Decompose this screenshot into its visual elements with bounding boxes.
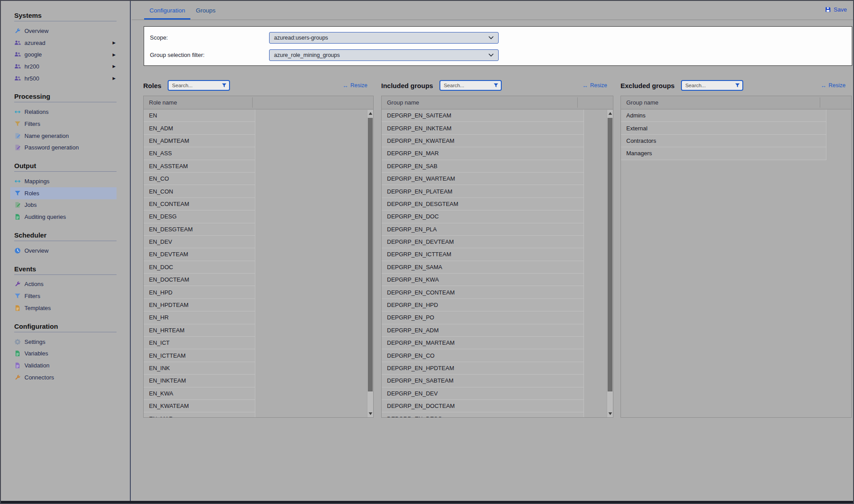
roles-search-input[interactable] [169, 81, 229, 90]
table-row[interactable]: Admins [621, 109, 826, 122]
table-row[interactable]: EN_INK [144, 362, 255, 375]
table-row[interactable]: DEPGRP_EN_DEV [382, 387, 584, 400]
table-row[interactable]: Contractors [621, 135, 826, 147]
table-row[interactable]: DEPGRP_EN_ADM [382, 324, 584, 337]
scroll-up-icon[interactable] [367, 110, 373, 117]
table-row[interactable]: DEPGRP_EN_INKTEAM [382, 122, 584, 134]
sidebar-item[interactable]: Actions [10, 278, 117, 290]
table-row[interactable]: DEPGRP_EN_CONTEAM [382, 286, 584, 298]
table-row[interactable]: DEPGRP_EN_HPD [382, 299, 584, 311]
chevron-right-icon: ▶ [113, 64, 116, 69]
table-row[interactable]: EN_DEVTEAM [144, 248, 255, 261]
sidebar-item[interactable]: Validation [10, 359, 117, 371]
sidebar-item[interactable]: Filters [10, 290, 117, 302]
table-row[interactable]: DEPGRP_EN_ICTTEAM [382, 248, 584, 261]
table-row[interactable]: EN_INKTEAM [144, 375, 255, 387]
table-row[interactable]: EN_KWA [144, 387, 255, 400]
sidebar-item[interactable]: google ▶ [10, 48, 117, 60]
table-row[interactable]: EN_KWATEAM [144, 400, 255, 412]
table-row[interactable]: EN_ICT [144, 337, 255, 349]
sidebar-item[interactable]: Variables [10, 347, 117, 359]
table-row[interactable]: External [621, 122, 826, 134]
sidebar-item[interactable]: Overview [10, 25, 117, 37]
table-row[interactable]: EN_DOC [144, 261, 255, 274]
table-row[interactable]: EN_HR [144, 311, 255, 324]
table-row[interactable]: EN_HPD [144, 286, 255, 298]
sidebar-item[interactable]: Templates [10, 302, 117, 314]
scroll-down-icon[interactable] [607, 410, 613, 417]
table-row[interactable]: DEPGRP_EN_HPDTEAM [382, 362, 584, 375]
table-row[interactable]: DEPGRP_EN_PLATEAM [382, 185, 584, 198]
tab-configuration[interactable]: Configuration [144, 1, 190, 20]
table-row[interactable]: DEPGRP_EN_DOCTEAM [382, 400, 584, 412]
table-row[interactable]: DEPGRP_EN_MARTEAM [382, 337, 584, 349]
table-row[interactable]: EN_ADM [144, 122, 255, 134]
role-name-cell: EN_DESGTEAM [149, 226, 193, 233]
table-row[interactable]: EN_ASS [144, 147, 255, 160]
roles-scrollbar[interactable] [367, 110, 373, 417]
table-row[interactable]: DEPGRP_EN_SABTEAM [382, 375, 584, 387]
table-row[interactable]: DEPGRP_EN_SAB [382, 160, 584, 173]
table-row[interactable]: EN_HRTEAM [144, 324, 255, 337]
sidebar-item[interactable]: Name generation [10, 130, 117, 142]
scope-dropdown[interactable]: azuread:users-groups [269, 32, 499, 44]
sidebar-item[interactable]: Settings [10, 336, 117, 348]
table-row[interactable]: EN_CON [144, 185, 255, 198]
scroll-up-icon[interactable] [607, 110, 613, 117]
table-row[interactable]: DEPGRP_EN_PO [382, 311, 584, 324]
group-filter-dropdown-value: azure_role_mining_groups [274, 52, 340, 58]
scrollbar-thumb[interactable] [368, 118, 373, 391]
included-groups-resize-button[interactable]: ↔ Resize [582, 82, 607, 89]
table-row[interactable]: EN_DEV [144, 236, 255, 248]
table-row[interactable]: DEPGRP_EN_SAITEAM [382, 109, 584, 122]
group-filter-dropdown[interactable]: azure_role_mining_groups [269, 49, 499, 61]
scroll-down-icon[interactable] [367, 410, 373, 417]
sidebar-item[interactable]: hr200 ▶ [10, 60, 117, 73]
table-row[interactable]: EN_CONTEAM [144, 198, 255, 210]
sidebar-item[interactable]: Auditing queries [10, 211, 117, 223]
table-row[interactable]: EN [144, 109, 255, 122]
table-row[interactable]: EN_MAR [144, 412, 255, 418]
table-row[interactable]: DEPGRP_EN_KWA [382, 274, 584, 286]
table-row[interactable]: DEPGRP_EN_DESGTEAM [382, 198, 584, 210]
table-row[interactable]: DEPGRP_EN_DOC [382, 210, 584, 223]
sidebar-item[interactable]: Jobs [10, 199, 117, 211]
sidebar-item[interactable]: Mappings [10, 175, 117, 187]
table-row[interactable]: Managers [621, 147, 826, 160]
sidebar-item[interactable]: Overview [10, 245, 117, 257]
included-groups-scrollbar[interactable] [607, 110, 613, 417]
roles-resize-button[interactable]: ↔ Resize [342, 82, 367, 89]
table-row[interactable]: EN_DESGTEAM [144, 223, 255, 236]
table-row[interactable]: EN_DESG [144, 210, 255, 223]
table-row[interactable]: DEPGRP_EN_DESG [382, 412, 584, 418]
included-groups-search-input[interactable] [440, 81, 501, 90]
excluded-groups-resize-button[interactable]: ↔ Resize [821, 82, 846, 89]
sidebar-item[interactable]: Roles [10, 187, 117, 199]
group-name-cell: DEPGRP_EN_MAR [387, 150, 439, 157]
table-row[interactable]: DEPGRP_EN_CO [382, 349, 584, 362]
tab-groups[interactable]: Groups [190, 1, 221, 20]
sidebar-item[interactable]: Relations [10, 106, 117, 118]
table-row[interactable]: EN_CO [144, 173, 255, 185]
table-row[interactable]: DEPGRP_EN_MAR [382, 147, 584, 160]
table-row[interactable]: EN_DOCTEAM [144, 274, 255, 286]
sidebar-item[interactable]: Password generation [10, 142, 117, 154]
scrollbar-thumb[interactable] [608, 118, 612, 391]
table-row[interactable]: DEPGRP_EN_DEVTEAM [382, 236, 584, 248]
table-row[interactable]: EN_ADMTEAM [144, 135, 255, 147]
chevron-right-icon: ▶ [113, 40, 116, 45]
sidebar-item[interactable]: Filters [10, 118, 117, 130]
sidebar-item[interactable]: Connectors [10, 371, 117, 383]
excluded-groups-panel-header: Excluded groups ↔ Resize [620, 79, 852, 92]
table-row[interactable]: EN_ASSTEAM [144, 160, 255, 173]
sidebar-item[interactable]: azuread ▶ [10, 37, 117, 49]
table-row[interactable]: DEPGRP_EN_KWATEAM [382, 135, 584, 147]
table-row[interactable]: DEPGRP_EN_SAMA [382, 261, 584, 274]
sidebar-item[interactable]: hr500 ▶ [10, 73, 117, 85]
table-row[interactable]: EN_HPDTEAM [144, 299, 255, 311]
save-button[interactable]: Save [825, 6, 847, 13]
table-row[interactable]: EN_ICTTEAM [144, 349, 255, 362]
excluded-groups-search-input[interactable] [682, 81, 742, 90]
table-row[interactable]: DEPGRP_EN_PLA [382, 223, 584, 236]
table-row[interactable]: DEPGRP_EN_WARTEAM [382, 173, 584, 185]
